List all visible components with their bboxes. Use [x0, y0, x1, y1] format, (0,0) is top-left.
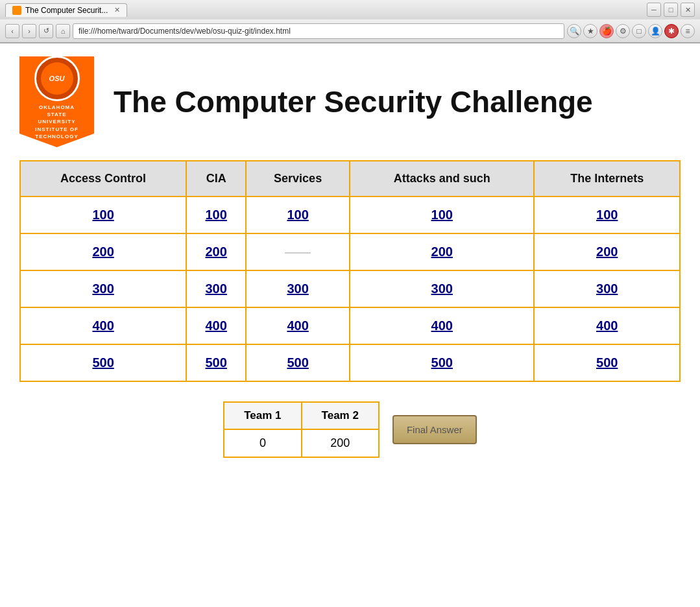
score-header-row: Team 1 Team 2 — [224, 402, 379, 429]
team2-header: Team 2 — [302, 402, 379, 429]
browser-tab[interactable]: The Computer Securit... ✕ — [5, 3, 127, 17]
osu-line4: INSTITUTE OF — [35, 126, 78, 133]
cell-services-100: 100 — [246, 196, 350, 233]
cell-services-400: 400 — [246, 307, 350, 344]
table-row: 400 400 400 400 400 — [20, 307, 680, 344]
link-internets-300[interactable]: 300 — [596, 281, 618, 296]
cell-services-500: 500 — [246, 344, 350, 381]
link-internets-400[interactable]: 400 — [596, 318, 618, 333]
page-content: OSU OKLAHOMA STATE UNIVERSITY INSTITUTE … — [0, 43, 700, 607]
link-services-500[interactable]: 500 — [287, 355, 308, 370]
title-bar: The Computer Securit... ✕ ─ □ ✕ — [0, 0, 700, 19]
link-attacks-200[interactable]: 200 — [431, 244, 453, 259]
minimize-button[interactable]: ─ — [647, 3, 661, 17]
profile-icon[interactable]: 👤 — [648, 24, 662, 38]
link-services-300[interactable]: 300 — [287, 281, 308, 296]
score-row: 0 200 — [224, 429, 379, 457]
forward-button[interactable]: › — [22, 24, 36, 38]
cell-attacks-100: 100 — [350, 196, 534, 233]
cell-internets-100: 100 — [534, 196, 680, 233]
cell-cia-500: 500 — [186, 344, 246, 381]
cell-internets-200: 200 — [534, 233, 680, 270]
tab-favicon — [12, 6, 21, 15]
settings-icon[interactable]: ⚙ — [616, 24, 630, 38]
table-row: 200 200 —— 200 200 — [20, 233, 680, 270]
cell-cia-100: 100 — [186, 196, 246, 233]
cell-internets-500: 500 — [534, 344, 680, 381]
cell-access-control-100: 100 — [20, 196, 186, 233]
cell-attacks-200: 200 — [350, 233, 534, 270]
link-access-control-300[interactable]: 300 — [92, 281, 114, 296]
address-bar[interactable]: file:///home/tward/Documents/dev/web/osu… — [73, 23, 564, 39]
cell-attacks-500: 500 — [350, 344, 534, 381]
cell-access-control-200: 200 — [20, 233, 186, 270]
table-row: 100 100 100 100 100 — [20, 196, 680, 233]
final-answer-button[interactable]: Final Answer — [392, 415, 477, 444]
osu-logo-inner: OSU OKLAHOMA STATE UNIVERSITY INSTITUTE … — [29, 51, 85, 153]
link-attacks-500[interactable]: 500 — [431, 355, 453, 370]
search-icon[interactable]: 🔍 — [567, 24, 581, 38]
nav-icon-group: 🔍 ★ 🍎 ⚙ □ 👤 ✱ ≡ — [567, 24, 695, 38]
close-window-button[interactable]: ✕ — [681, 3, 695, 17]
link-cia-100[interactable]: 100 — [206, 208, 227, 222]
reload-button[interactable]: ↺ — [39, 24, 53, 38]
cell-access-control-500: 500 — [20, 344, 186, 381]
browser-chrome: The Computer Securit... ✕ ─ □ ✕ ‹ › ↺ ⌂ … — [0, 0, 700, 43]
cell-access-control-300: 300 — [20, 270, 186, 307]
cell-services-200: —— — [246, 233, 350, 270]
cell-services-300: 300 — [246, 270, 350, 307]
link-cia-300[interactable]: 300 — [206, 281, 227, 296]
bookmark-icon[interactable]: ★ — [583, 24, 597, 38]
cell-cia-300: 300 — [186, 270, 246, 307]
header-section: OSU OKLAHOMA STATE UNIVERSITY INSTITUTE … — [19, 56, 681, 147]
osu-text-lines: OKLAHOMA STATE UNIVERSITY INSTITUTE OF T… — [35, 104, 78, 140]
category-header-cia: CIA — [186, 161, 246, 196]
team2-score: 200 — [302, 429, 379, 457]
link-attacks-100[interactable]: 100 — [431, 208, 453, 222]
link-internets-200[interactable]: 200 — [596, 244, 618, 259]
tab-title: The Computer Securit... — [25, 6, 108, 15]
category-header-access-control: Access Control — [20, 161, 186, 196]
link-cia-500[interactable]: 500 — [206, 355, 227, 370]
table-row: 500 500 500 500 500 — [20, 344, 680, 381]
extension-icon[interactable]: ✱ — [664, 24, 679, 38]
category-header-row: Access Control CIA Services Attacks and … — [20, 161, 680, 196]
osu-line2: STATE — [35, 111, 78, 118]
category-header-attacks: Attacks and such — [350, 161, 534, 196]
home-button[interactable]: ⌂ — [56, 24, 70, 38]
osu-line1: OKLAHOMA — [35, 104, 78, 111]
osu-emblem-text: OSU — [49, 75, 65, 82]
link-services-200-used: —— — [285, 244, 311, 259]
osu-logo: OSU OKLAHOMA STATE UNIVERSITY INSTITUTE … — [19, 56, 94, 147]
cell-access-control-400: 400 — [20, 307, 186, 344]
cell-cia-200: 200 — [186, 233, 246, 270]
link-services-100[interactable]: 100 — [287, 208, 308, 222]
team1-score: 0 — [224, 429, 301, 457]
link-cia-400[interactable]: 400 — [206, 318, 227, 333]
link-access-control-500[interactable]: 500 — [92, 355, 114, 370]
link-cia-200[interactable]: 200 — [206, 244, 227, 259]
osu-line3: UNIVERSITY — [35, 118, 78, 125]
team1-header: Team 1 — [224, 402, 301, 429]
link-access-control-100[interactable]: 100 — [92, 208, 114, 222]
link-access-control-200[interactable]: 200 — [92, 244, 114, 259]
browser-icon[interactable]: □ — [632, 24, 646, 38]
address-text: file:///home/tward/Documents/dev/web/osu… — [78, 27, 291, 36]
avatar-icon[interactable]: 🍎 — [599, 24, 614, 38]
cell-attacks-400: 400 — [350, 307, 534, 344]
back-button[interactable]: ‹ — [5, 24, 19, 38]
link-internets-500[interactable]: 500 — [596, 355, 618, 370]
tab-close-button[interactable]: ✕ — [114, 6, 120, 14]
link-attacks-300[interactable]: 300 — [431, 281, 453, 296]
game-board-table: Access Control CIA Services Attacks and … — [19, 160, 681, 382]
restore-button[interactable]: □ — [664, 3, 678, 17]
link-services-400[interactable]: 400 — [287, 318, 308, 333]
page-title: The Computer Security Challenge — [114, 86, 593, 119]
link-access-control-400[interactable]: 400 — [92, 318, 114, 333]
category-header-internets: The Internets — [534, 161, 680, 196]
link-internets-100[interactable]: 100 — [596, 208, 618, 222]
score-table: Team 1 Team 2 0 200 — [223, 401, 380, 458]
cell-internets-400: 400 — [534, 307, 680, 344]
link-attacks-400[interactable]: 400 — [431, 318, 453, 333]
menu-icon[interactable]: ≡ — [681, 24, 695, 38]
